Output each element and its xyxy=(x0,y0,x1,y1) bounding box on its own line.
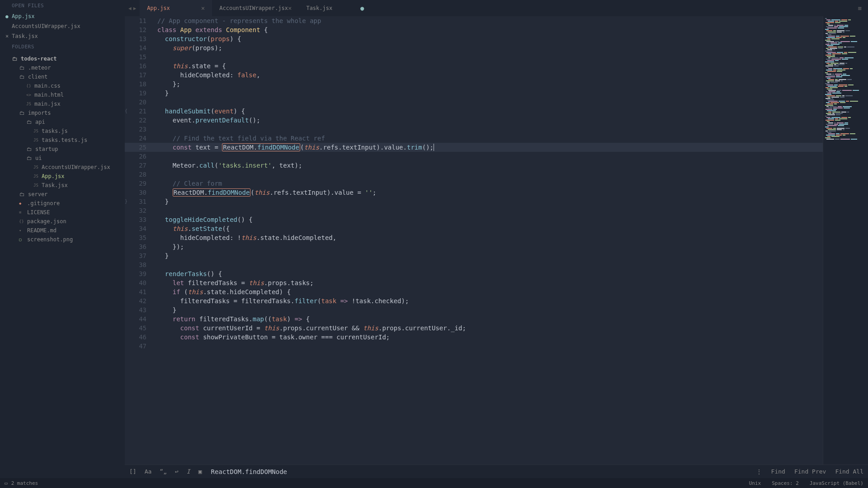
find-button[interactable]: Find xyxy=(771,468,785,475)
code-text xyxy=(154,152,157,161)
code-line[interactable]: 19 } xyxy=(125,89,823,98)
code-line[interactable]: 26 xyxy=(125,152,823,161)
close-icon[interactable]: × xyxy=(288,5,292,12)
code-line[interactable]: 30 ReactDOM.findDOMNode(this.refs.textIn… xyxy=(125,188,823,197)
code-line[interactable]: 36 }); xyxy=(125,242,823,251)
code-line[interactable]: 22 event.preventDefault(); xyxy=(125,116,823,125)
tab-label: AccountsUIWrapper.jsx xyxy=(219,5,288,11)
tab-menu-icon[interactable]: ≡ xyxy=(852,0,868,16)
code-line[interactable]: 47 xyxy=(125,342,823,351)
find-cursor-icon[interactable]: I xyxy=(187,468,190,475)
folder-item[interactable]: 🗀server xyxy=(0,190,125,199)
status-encoding[interactable]: Unix xyxy=(749,480,761,486)
line-number: 33 xyxy=(131,215,154,224)
file-item[interactable]: <>main.html xyxy=(0,90,125,99)
find-selection-icon[interactable]: ▣ xyxy=(198,468,202,475)
find-input[interactable]: ReactDOM.findDOMNode xyxy=(202,468,755,475)
fold-gutter xyxy=(125,314,131,324)
file-item[interactable]: ▾README.md xyxy=(0,226,125,235)
code-line[interactable]: 18 }; xyxy=(125,80,823,89)
find-all-button[interactable]: Find All xyxy=(835,468,863,475)
editor-tab[interactable]: App.jsx× xyxy=(140,0,212,16)
folder-item[interactable]: 🗀.meteor xyxy=(0,63,125,72)
tree-item-label: main.css xyxy=(34,83,61,89)
status-spaces[interactable]: Spaces: 2 xyxy=(772,480,799,486)
code-line[interactable]: 20 xyxy=(125,98,823,107)
close-icon[interactable]: × xyxy=(201,5,205,12)
find-case-icon[interactable]: Aa xyxy=(145,468,152,475)
code-line[interactable]: 35 hideCompleted: !this.state.hideComple… xyxy=(125,233,823,242)
find-wrap-icon[interactable]: ↩ xyxy=(175,468,179,475)
open-file-item[interactable]: AccountsUIWrapper.jsx xyxy=(0,21,125,31)
file-item[interactable]: ◆.gitignore xyxy=(0,199,125,208)
minimap[interactable] xyxy=(823,16,868,465)
code-line[interactable]: 13 constructor(props) { xyxy=(125,34,823,43)
folder-item[interactable]: 🗀todos-react xyxy=(0,54,125,63)
file-item[interactable]: JSAccountsUIWrapper.jsx xyxy=(0,163,125,172)
find-menu-icon[interactable]: ⋮ xyxy=(756,468,762,475)
code-line[interactable]: 40 let filteredTasks = this.props.tasks; xyxy=(125,278,823,287)
code-line[interactable]: 41 if (this.state.hideCompleted) { xyxy=(125,287,823,296)
code-line[interactable]: 27 Meteor.call('tasks.insert', text); xyxy=(125,161,823,170)
code-line[interactable]: 29 // Clear form xyxy=(125,179,823,188)
code-line[interactable]: 38 xyxy=(125,260,823,269)
tree-item-label: App.jsx xyxy=(42,173,65,179)
file-item[interactable]: JSApp.jsx xyxy=(0,172,125,181)
file-item[interactable]: JStasks.tests.js xyxy=(0,136,125,145)
file-item[interactable]: JSmain.jsx xyxy=(0,99,125,108)
code-line[interactable]: 15 xyxy=(125,52,823,61)
file-item[interactable]: {}main.css xyxy=(0,81,125,90)
code-line[interactable]: 46 const showPrivateButton = task.owner … xyxy=(125,333,823,342)
status-syntax[interactable]: JavaScript (Babel) xyxy=(810,480,863,486)
code-line[interactable]: 44 return filteredTasks.map((task) => { xyxy=(125,314,823,324)
chevron-right-icon[interactable]: ▶ xyxy=(133,5,137,11)
code-line[interactable]: 42 filteredTasks = filteredTasks.filter(… xyxy=(125,296,823,305)
code-line[interactable]: 16 this.state = { xyxy=(125,61,823,70)
file-item[interactable]: ≡LICENSE xyxy=(0,208,125,217)
code-line[interactable]: 24 // Find the text field via the React … xyxy=(125,134,823,143)
code-line[interactable]: 34 this.setState({ xyxy=(125,224,823,233)
modified-dot-icon[interactable]: ● xyxy=(360,5,364,12)
folder-item[interactable]: 🗀ui xyxy=(0,154,125,163)
code-line[interactable]: 45 const currentUserId = this.props.curr… xyxy=(125,324,823,333)
editor-tab[interactable]: AccountsUIWrapper.jsx× xyxy=(212,0,299,16)
open-file-item[interactable]: ×Task.jsx xyxy=(0,31,125,41)
tree-item-label: LICENSE xyxy=(27,209,50,216)
folder-item[interactable]: 🗀startup xyxy=(0,145,125,154)
code-line[interactable]: }31 } xyxy=(125,197,823,206)
code-line[interactable]: 28 xyxy=(125,170,823,179)
code-line[interactable]: 11// App component - represents the whol… xyxy=(125,16,823,25)
code-line[interactable]: 14 super(props); xyxy=(125,43,823,52)
code-line[interactable]: 23 xyxy=(125,125,823,134)
file-item[interactable]: JStasks.js xyxy=(0,127,125,136)
code-line[interactable]: 32 xyxy=(125,206,823,215)
code-line[interactable]: 17 hideCompleted: false, xyxy=(125,70,823,80)
code-line[interactable]: 25 const text = ReactDOM.findDOMNode(thi… xyxy=(125,143,823,152)
line-number: 23 xyxy=(131,125,154,134)
find-regex-icon[interactable]: [] xyxy=(129,468,137,475)
close-icon[interactable]: × xyxy=(5,33,12,39)
code-line[interactable]: 33 toggleHideCompleted() { xyxy=(125,215,823,224)
code-line[interactable]: {21 handleSubmit(event) { xyxy=(125,107,823,116)
line-number: 14 xyxy=(131,43,154,52)
folder-item[interactable]: 🗀imports xyxy=(0,108,125,117)
editor-tab[interactable]: Task.jsx● xyxy=(299,0,371,16)
code-editor[interactable]: 11// App component - represents the whol… xyxy=(125,16,823,465)
find-quote-icon[interactable]: “„ xyxy=(160,468,167,475)
code-line[interactable]: 43 } xyxy=(125,305,823,314)
file-item[interactable]: {}package.json xyxy=(0,217,125,226)
code-line[interactable]: 12class App extends Component { xyxy=(125,25,823,34)
folder-item[interactable]: 🗀api xyxy=(0,117,125,127)
open-file-item[interactable]: ●App.jsx xyxy=(0,11,125,21)
code-line[interactable]: 39 renderTasks() { xyxy=(125,269,823,278)
panel-icon[interactable]: ▭ xyxy=(5,480,8,486)
modified-dot-icon[interactable]: ● xyxy=(5,14,12,19)
file-item[interactable]: JSTask.jsx xyxy=(0,181,125,190)
find-prev-button[interactable]: Find Prev xyxy=(794,468,826,475)
code-line[interactable]: 37 } xyxy=(125,251,823,260)
chevron-left-icon[interactable]: ◀ xyxy=(128,5,132,11)
file-item[interactable]: ▢screenshot.png xyxy=(0,235,125,244)
tab-nav-arrows[interactable]: ◀ ▶ xyxy=(125,0,140,16)
fold-gutter xyxy=(125,324,131,333)
folder-item[interactable]: 🗀client xyxy=(0,72,125,81)
